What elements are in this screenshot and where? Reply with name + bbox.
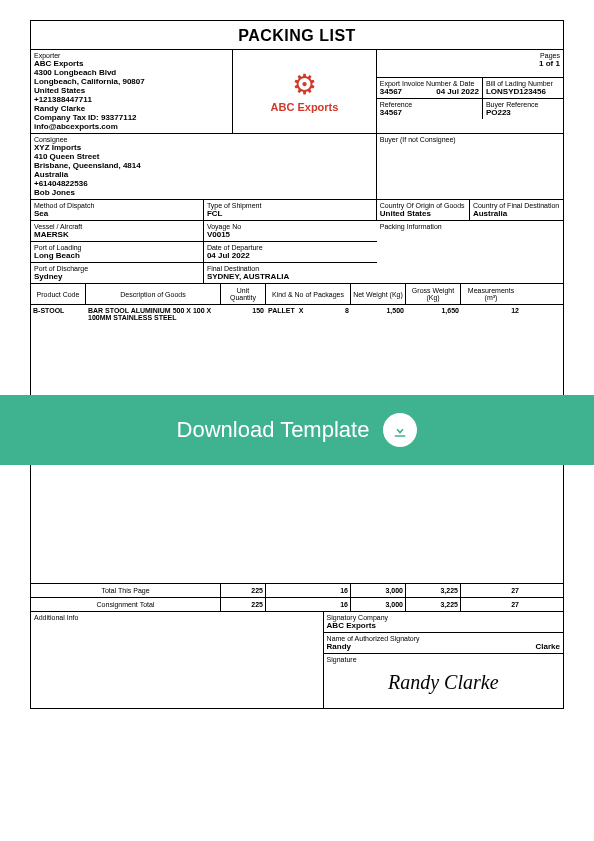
invoice-date: 04 Jul 2022 (436, 87, 479, 96)
exporter-phone: +121388447711 (34, 95, 229, 104)
line-desc: BAR STOOL ALUMINIUM 500 X 100 X 100MM ST… (86, 305, 221, 323)
sig-company-value: ABC Exports (327, 621, 560, 630)
col-qty: Unit Quantity (221, 284, 266, 304)
origin-label: Country Of Origin of Goods (380, 202, 466, 209)
line-x: X (299, 307, 304, 321)
total-page-meas: 27 (461, 584, 521, 597)
exporter-tax: Company Tax ID: 93377112 (34, 113, 229, 122)
dispatch-value: Sea (34, 209, 200, 218)
download-icon (383, 413, 417, 447)
exporter-country: United States (34, 86, 229, 95)
line-items-header: Product Code Description of Goods Unit Q… (31, 283, 563, 304)
consignee-label: Consignee (34, 136, 373, 143)
exporter-contact: Randy Clarke (34, 104, 229, 113)
additional-info-label: Additional Info (34, 614, 320, 621)
sig-name-label: Name of Authorized Signatory (327, 635, 560, 642)
total-cons-qty: 225 (221, 598, 266, 611)
sig-company-label: Signatory Company (327, 614, 560, 621)
reference-label: Reference (380, 101, 479, 108)
total-cons-pkgs: 16 (266, 598, 351, 611)
final-dest-country-label: Country of Final Destination (473, 202, 560, 209)
final-dest-country-value: Australia (473, 209, 560, 218)
col-meas: Measurements (m³) (461, 284, 521, 304)
consignee-addr2: Brisbane, Queensland, 4814 (34, 161, 373, 170)
bol-value: LONSYD123456 (486, 87, 560, 96)
final-dest-value: SYDNEY, AUSTRALIA (207, 272, 374, 281)
date-dep-value: 04 Jul 2022 (207, 251, 374, 260)
col-gross: Gross Weight (Kg) (406, 284, 461, 304)
col-kind: Kind & No of Packages (266, 284, 351, 304)
document-title: PACKING LIST (31, 21, 563, 49)
col-product-code: Product Code (31, 284, 86, 304)
reference-value: 34567 (380, 108, 479, 117)
total-cons-gross: 3,225 (406, 598, 461, 611)
vessel-label: Vessel / Aircraft (34, 223, 200, 230)
totals-page-row: Total This Page 225 16 3,000 3,225 27 (31, 583, 563, 597)
exporter-name: ABC Exports (34, 59, 229, 68)
gear-icon: ⚙ (292, 71, 317, 99)
total-cons-label: Consignment Total (31, 598, 221, 611)
line-kind: PALLET (268, 307, 295, 321)
invoice-num: 34567 (380, 87, 402, 96)
signature-label: Signature (327, 656, 560, 663)
buyer-label: Buyer (If not Consignee) (380, 136, 560, 143)
banner-text: Download Template (177, 417, 370, 443)
exporter-addr1: 4300 Longbeach Blvd (34, 68, 229, 77)
port-load-value: Long Beach (34, 251, 200, 260)
totals-cons-row: Consignment Total 225 16 3,000 3,225 27 (31, 597, 563, 611)
total-cons-net: 3,000 (351, 598, 406, 611)
origin-value: United States (380, 209, 466, 218)
voyage-value: V0015 (207, 230, 374, 239)
packing-info-label: Packing Information (380, 223, 560, 230)
voyage-label: Voyage No (207, 223, 374, 230)
final-dest-label: Final Destination (207, 265, 374, 272)
packing-list-document: PACKING LIST Exporter ABC Exports 4300 L… (30, 20, 564, 709)
exporter-label: Exporter (34, 52, 229, 59)
dispatch-label: Method of Dispatch (34, 202, 200, 209)
total-page-pkgs: 16 (266, 584, 351, 597)
sig-first: Randy (327, 642, 351, 651)
total-page-net: 3,000 (351, 584, 406, 597)
consignee-contact: Bob Jones (34, 188, 373, 197)
consignee-country: Australia (34, 170, 373, 179)
total-page-label: Total This Page (31, 584, 221, 597)
signature-value: Randy Clarke (327, 663, 560, 706)
exporter-email: info@abcexports.com (34, 122, 229, 131)
line-meas: 12 (461, 305, 521, 323)
vessel-value: MAERSK (34, 230, 200, 239)
line-code: B-STOOL (31, 305, 86, 323)
col-description: Description of Goods (86, 284, 221, 304)
exporter-addr2: Longbeach, California, 90807 (34, 77, 229, 86)
total-page-gross: 3,225 (406, 584, 461, 597)
total-page-qty: 225 (221, 584, 266, 597)
consignee-phone: +61404822536 (34, 179, 373, 188)
company-logo-text: ABC Exports (271, 101, 339, 113)
port-disch-value: Sydney (34, 272, 200, 281)
port-disch-label: Port of Discharge (34, 265, 200, 272)
col-net: Net Weight (Kg) (351, 284, 406, 304)
sig-last: Clarke (536, 642, 560, 651)
date-dep-label: Date of Departure (207, 244, 374, 251)
total-cons-meas: 27 (461, 598, 521, 611)
line-gross: 1,650 (406, 305, 461, 323)
pages-value: 1 of 1 (380, 59, 560, 68)
download-template-banner[interactable]: Download Template (0, 395, 594, 465)
ship-type-value: FCL (207, 209, 373, 218)
consignee-addr1: 410 Queen Street (34, 152, 373, 161)
line-net: 1,500 (351, 305, 406, 323)
pages-label: Pages (380, 52, 560, 59)
ship-type-label: Type of Shipment (207, 202, 373, 209)
port-load-label: Port of Loading (34, 244, 200, 251)
buyer-ref-value: PO223 (486, 108, 560, 117)
line-pkgs: 8 (345, 307, 349, 321)
bol-label: Bill of Lading Number (486, 80, 560, 87)
consignee-name: XYZ Imports (34, 143, 373, 152)
invoice-label: Export Invoice Number & Date (380, 80, 479, 87)
buyer-ref-label: Buyer Reference (486, 101, 560, 108)
table-row: B-STOOL BAR STOOL ALUMINIUM 500 X 100 X … (31, 304, 563, 323)
line-qty: 150 (221, 305, 266, 323)
